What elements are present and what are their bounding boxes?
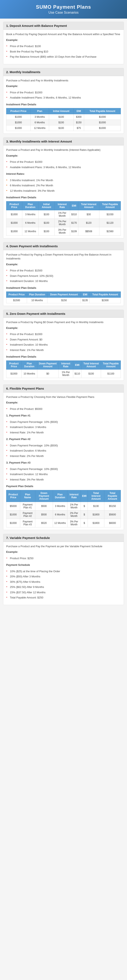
section-2-table-container: Product Price Plan Initial Amount EMI To… bbox=[6, 108, 121, 131]
table-row: $1000 Payment Plan #3 $520 12 Months 3% … bbox=[6, 519, 121, 527]
table-row: $1000 12 Months $100 $75 $1000 bbox=[6, 126, 121, 131]
table-cell: 12 Months bbox=[53, 519, 67, 527]
list-item: Installment Duration: 12 Months bbox=[6, 472, 121, 477]
table-cell: $1000 bbox=[84, 126, 121, 131]
table-cell: 3% Per Month bbox=[67, 519, 81, 527]
table-row: $1000 3 Months $100 1% Per Month $310 $3… bbox=[6, 210, 121, 218]
section-5-header: 5. Zero Down Payment with Installments bbox=[3, 310, 124, 318]
table-cell: $1000 bbox=[84, 114, 121, 120]
list-item: Book the Product by Paying $10 bbox=[6, 49, 121, 54]
col-header: Product Price bbox=[6, 361, 22, 369]
section-4-bullet-list: Price of the Product: $1500 Down Payment… bbox=[6, 268, 121, 284]
col-header: Plan Duration bbox=[21, 361, 37, 369]
table-cell: $1000 bbox=[6, 369, 22, 378]
col-header: EMI bbox=[81, 490, 88, 502]
table-cell: $1000 bbox=[6, 120, 30, 126]
table-cell: $$508 bbox=[78, 227, 99, 235]
list-item: Total Payable Amount: $250 bbox=[6, 595, 121, 600]
col-header: Initial Amount bbox=[49, 108, 73, 114]
list-item: Price of the Product: $1000 bbox=[6, 159, 121, 165]
section-7-body: Purchase a Product and Pay the Payment a… bbox=[3, 542, 124, 605]
col-header: Total Interest Amount bbox=[81, 361, 101, 369]
table-row: $1000 6 Months $100 2% Per Month $170 $1… bbox=[6, 218, 121, 227]
table-cell: $100 bbox=[38, 227, 54, 235]
list-item: Installment Duration: 6 Months bbox=[6, 448, 121, 453]
table-cell: $1000 bbox=[6, 114, 30, 120]
table-cell: $100 bbox=[49, 120, 73, 126]
col-header: Initial Amount bbox=[38, 201, 54, 210]
list-item: 6 Months Installment: 2% Per Month bbox=[6, 183, 121, 188]
list-item: Price of the Product: $1000 bbox=[6, 90, 121, 95]
section-7-title: 7. Variable Payment Schedule bbox=[6, 536, 121, 539]
table-cell: 6 Months bbox=[30, 120, 49, 126]
table-cell: $ bbox=[81, 502, 88, 510]
col-header: Plan Name bbox=[20, 490, 35, 502]
section-6-table-container: Product Price Plan Name Down Payment Amo… bbox=[6, 490, 121, 527]
section-4-body: Purchase a Product by Paying a Down Paym… bbox=[3, 250, 124, 306]
list-item: Price of the Product: $5000 bbox=[6, 406, 121, 412]
plan-3-bullet-list: Down Payment Percentage: 10% ($500) Inst… bbox=[6, 466, 121, 482]
list-item: Interest Rate: 3% Per Month bbox=[6, 477, 121, 482]
main-content: 1. Deposit Amount with Balance Payment B… bbox=[0, 19, 127, 612]
table-cell: $130 bbox=[88, 502, 104, 510]
table-cell: $100 bbox=[49, 126, 73, 131]
table-cell: 10 Months bbox=[21, 369, 37, 378]
table-cell: $ bbox=[81, 519, 88, 527]
table-cell: $1560 bbox=[99, 227, 121, 235]
section-4-description: Purchase a Product by Paying a Down Paym… bbox=[6, 253, 121, 261]
table-cell: $310 bbox=[70, 210, 78, 218]
table-cell: 6 Months bbox=[53, 510, 67, 519]
section-7-schedule-list: 10% ($25) at the time of Placing the Ord… bbox=[6, 569, 121, 600]
section-6-table: Product Price Plan Name Down Payment Amo… bbox=[6, 490, 121, 527]
section-7-description: Purchase a Product and Pay the Payment a… bbox=[6, 544, 121, 549]
table-cell: $6000 bbox=[104, 519, 121, 527]
payment-plan-1-label: 1. Payment Plan #1 bbox=[6, 414, 121, 418]
section-1-bullet-list: Price of the Product: $100 Book the Prod… bbox=[6, 44, 121, 59]
table-cell: $1120 bbox=[99, 218, 121, 227]
list-item: 25% ($62.50) After 9 Months bbox=[6, 584, 121, 590]
section-6-product-list: Price of the Product: $5000 bbox=[6, 406, 121, 412]
table-cell: $500 bbox=[35, 502, 53, 510]
section-3-example-label: Example: bbox=[6, 154, 121, 158]
list-item: Down Payment Percentage: 10% ($500) bbox=[6, 443, 121, 448]
table-cell: Payment Plan #1 bbox=[20, 502, 35, 510]
section-3-table-label: Installment Plan Details bbox=[6, 196, 121, 200]
list-item: Down Payment Amount: 10% ($150) bbox=[6, 273, 121, 279]
table-cell: 12 Months bbox=[30, 126, 49, 131]
list-item: Interest Rate: 1% Per Month bbox=[6, 347, 121, 353]
section-2-table: Product Price Plan Initial Amount EMI To… bbox=[6, 108, 121, 131]
list-item: 30% ($75) After 6 Months bbox=[6, 579, 121, 585]
table-cell: $1100 bbox=[101, 369, 121, 378]
list-item: Installment Duration: 3 Months bbox=[6, 425, 121, 430]
section-6-example-label: Example: bbox=[6, 401, 121, 405]
section-1: 1. Deposit Amount with Balance Payment B… bbox=[3, 22, 124, 64]
col-header: Down Payment Amount bbox=[48, 292, 81, 298]
page-subtitle: Use Case Scenarios bbox=[3, 11, 124, 14]
col-header: Total Payable Amount bbox=[84, 108, 121, 114]
table-cell: $1500 bbox=[90, 298, 121, 303]
table-cell: $1800 bbox=[88, 519, 104, 527]
section-2-header: 2. Monthly Installments bbox=[3, 68, 124, 76]
table-cell: $500 bbox=[35, 510, 53, 519]
section-7-header: 7. Variable Payment Schedule bbox=[3, 534, 124, 542]
list-item: Interest Rate: 2% Per Month bbox=[6, 453, 121, 459]
page-title: SUMO Payment Plans bbox=[3, 4, 124, 10]
table-cell: 1% Per Month bbox=[58, 369, 73, 378]
table-cell: $100 bbox=[49, 114, 73, 120]
table-cell: $0 bbox=[37, 369, 58, 378]
section-5-bullet-list: Price of the Product: $1000 Down Payment… bbox=[6, 332, 121, 353]
section-1-body: Book a Product by Paying Deposit Amount … bbox=[3, 30, 124, 64]
col-header: Plan bbox=[30, 108, 49, 114]
section-2-description: Purchase a Product and Pay in Monthly In… bbox=[6, 78, 121, 83]
list-item: Price of the Product: $1000 bbox=[6, 332, 121, 337]
table-cell: $520 bbox=[35, 519, 53, 527]
list-item: 20% ($50) After 3 Months bbox=[6, 574, 121, 579]
table-cell: $5150 bbox=[104, 502, 121, 510]
section-7-product-list: Product Price: $250 bbox=[6, 556, 121, 561]
table-cell: 6 Months bbox=[22, 218, 38, 227]
table-cell: $1500 bbox=[6, 298, 27, 303]
table-cell: $109 bbox=[70, 227, 78, 235]
table-row: $5000 Payment Plan #1 $500 3 Months 1% P… bbox=[6, 502, 121, 510]
section-4-example-label: Example: bbox=[6, 262, 121, 266]
col-header: Down Payment Amount bbox=[37, 361, 58, 369]
